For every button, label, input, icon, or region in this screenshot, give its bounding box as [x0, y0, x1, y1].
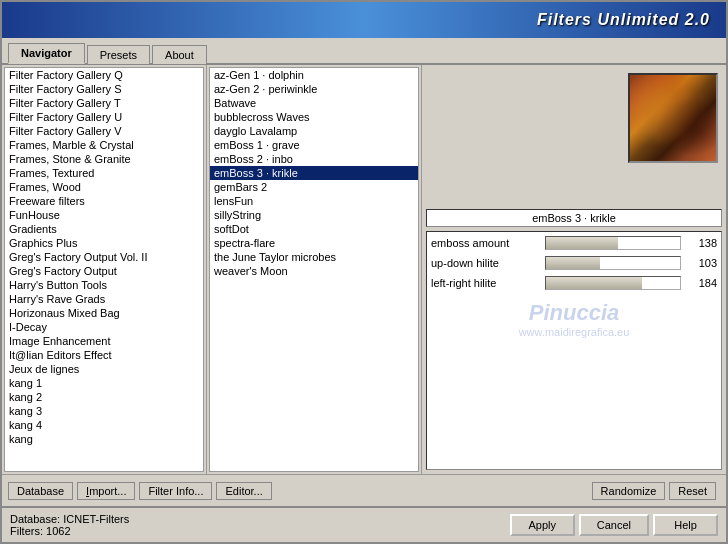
bottom-toolbar: Database Import... Filter Info... Editor… [2, 474, 726, 506]
tab-about[interactable]: About [152, 45, 207, 64]
filters-status-label: Filters: [10, 525, 43, 537]
list-item[interactable]: Filter Factory Gallery V [5, 124, 203, 138]
status-buttons: Apply Cancel Help [510, 514, 718, 536]
param-row-emboss: emboss amount 138 [431, 236, 717, 250]
watermark-area: Pinuccia www.maidiregrafica.eu [431, 296, 717, 342]
tab-presets[interactable]: Presets [87, 45, 150, 64]
list-item[interactable]: Frames, Stone & Granite [5, 152, 203, 166]
status-info: Database: ICNET-Filters Filters: 1062 [10, 513, 129, 537]
param-slider-updown[interactable] [545, 256, 681, 270]
list-item[interactable]: Greg's Factory Output [5, 264, 203, 278]
list-item[interactable]: Frames, Wood [5, 180, 203, 194]
list-item[interactable]: Filter Factory Gallery Q [5, 68, 203, 82]
param-row-leftright: left-right hilite 184 [431, 276, 717, 290]
watermark-line1: Pinuccia [439, 300, 709, 326]
title-bar: Filters Unlimited 2.0 [2, 2, 726, 38]
param-slider-emboss[interactable] [545, 236, 681, 250]
list-item[interactable]: az-Gen 1 · dolphin [210, 68, 418, 82]
right-panel: emBoss 3 · krikle emboss amount 138 up-d… [422, 65, 726, 474]
list-item[interactable]: kang 2 [5, 390, 203, 404]
left-panel: Filter Factory Gallery Q Filter Factory … [2, 65, 207, 474]
list-item[interactable]: I-Decay [5, 320, 203, 334]
filters-status: Filters: 1062 [10, 525, 129, 537]
param-slider-fill-emboss [546, 237, 618, 249]
list-item[interactable]: Horizonaus Mixed Bag [5, 306, 203, 320]
preview-area [426, 69, 722, 209]
database-status-label: Database: [10, 513, 60, 525]
list-item[interactable]: dayglo Lavalamp [210, 124, 418, 138]
list-item[interactable]: lensFun [210, 194, 418, 208]
list-item[interactable]: Filter Factory Gallery T [5, 96, 203, 110]
list-item[interactable]: sillyString [210, 208, 418, 222]
randomize-button[interactable]: Randomize [592, 482, 666, 500]
param-slider-fill-leftright [546, 277, 642, 289]
filter-info-button[interactable]: Filter Info... [139, 482, 212, 500]
list-item[interactable]: Filter Factory Gallery S [5, 82, 203, 96]
list-item[interactable]: bubblecross Waves [210, 110, 418, 124]
list-item[interactable]: FunHouse [5, 208, 203, 222]
list-item[interactable]: Harry's Button Tools [5, 278, 203, 292]
database-status: Database: ICNET-Filters [10, 513, 129, 525]
list-item[interactable]: softDot [210, 222, 418, 236]
list-item[interactable]: Gradients [5, 222, 203, 236]
editor-button[interactable]: Editor... [216, 482, 271, 500]
database-status-value: ICNET-Filters [63, 513, 129, 525]
import-label: Import... [86, 485, 126, 497]
list-item-selected[interactable]: emBoss 3 · krikle [210, 166, 418, 180]
preview-image [628, 73, 718, 163]
tab-bar: Navigator Presets About [2, 38, 726, 65]
param-value-emboss: 138 [685, 237, 717, 249]
params-area: emboss amount 138 up-down hilite 103 lef… [426, 231, 722, 470]
list-item[interactable]: gemBars 2 [210, 180, 418, 194]
param-row-updown: up-down hilite 103 [431, 256, 717, 270]
main-area: Filter Factory Gallery Q Filter Factory … [2, 65, 726, 474]
apply-button[interactable]: Apply [510, 514, 575, 536]
database-button[interactable]: Database [8, 482, 73, 500]
list-item[interactable]: Jeux de lignes [5, 362, 203, 376]
list-item[interactable]: the June Taylor microbes [210, 250, 418, 264]
list-item[interactable]: emBoss 1 · grave [210, 138, 418, 152]
filter-name-display: emBoss 3 · krikle [426, 209, 722, 227]
list-item[interactable]: Frames, Marble & Crystal [5, 138, 203, 152]
import-button[interactable]: Import... [77, 482, 135, 500]
list-item[interactable]: Batwave [210, 96, 418, 110]
param-slider-leftright[interactable] [545, 276, 681, 290]
cancel-button[interactable]: Cancel [579, 514, 649, 536]
list-item[interactable]: spectra-flare [210, 236, 418, 250]
list-item[interactable]: kang 4 [5, 418, 203, 432]
param-value-leftright: 184 [685, 277, 717, 289]
help-button[interactable]: Help [653, 514, 718, 536]
list-item[interactable]: emBoss 2 · inbo [210, 152, 418, 166]
param-value-updown: 103 [685, 257, 717, 269]
param-slider-fill-updown [546, 257, 600, 269]
list-item[interactable]: Frames, Textured [5, 166, 203, 180]
list-item[interactable]: It@lian Editors Effect [5, 348, 203, 362]
list-item[interactable]: Graphics Plus [5, 236, 203, 250]
category-list[interactable]: Filter Factory Gallery Q Filter Factory … [4, 67, 204, 472]
param-label-emboss: emboss amount [431, 237, 541, 249]
app-title: Filters Unlimited 2.0 [537, 11, 710, 29]
filters-status-value: 1062 [46, 525, 70, 537]
list-item[interactable]: kang [5, 432, 203, 446]
list-item[interactable]: Harry's Rave Grads [5, 292, 203, 306]
list-item[interactable]: az-Gen 2 · periwinkle [210, 82, 418, 96]
list-item[interactable]: Image Enhancement [5, 334, 203, 348]
tab-navigator[interactable]: Navigator [8, 43, 85, 64]
list-item[interactable]: Filter Factory Gallery U [5, 110, 203, 124]
watermark-line2: www.maidiregrafica.eu [439, 326, 709, 338]
center-panel: az-Gen 1 · dolphin az-Gen 2 · periwinkle… [207, 65, 422, 474]
reset-button[interactable]: Reset [669, 482, 716, 500]
param-label-updown: up-down hilite [431, 257, 541, 269]
list-item[interactable]: weaver's Moon [210, 264, 418, 278]
list-item[interactable]: Greg's Factory Output Vol. II [5, 250, 203, 264]
app-window: Filters Unlimited 2.0 Navigator Presets … [0, 0, 728, 544]
param-label-leftright: left-right hilite [431, 277, 541, 289]
list-item[interactable]: kang 1 [5, 376, 203, 390]
filter-list[interactable]: az-Gen 1 · dolphin az-Gen 2 · periwinkle… [209, 67, 419, 472]
status-bar: Database: ICNET-Filters Filters: 1062 Ap… [2, 506, 726, 542]
list-item[interactable]: kang 3 [5, 404, 203, 418]
list-item[interactable]: Freeware filters [5, 194, 203, 208]
